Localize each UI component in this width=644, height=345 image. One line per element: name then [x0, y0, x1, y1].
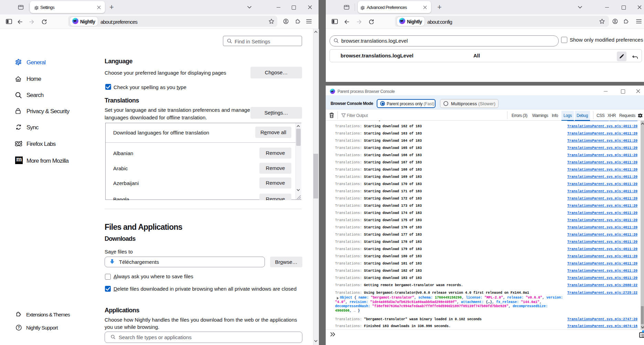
svg-text:?: ? — [18, 325, 20, 330]
